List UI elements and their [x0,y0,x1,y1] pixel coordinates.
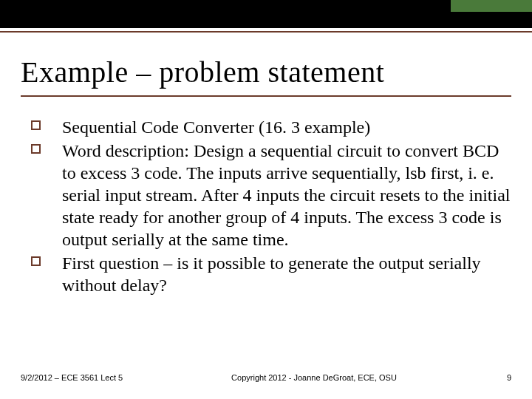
footer-date-course: 9/2/2012 – ECE 3561 Lect 5 [21,373,146,383]
footer-copyright: Copyright 2012 - Joanne DeGroat, ECE, OS… [146,373,482,382]
slide-title: Example – problem statement [21,55,511,89]
list-item-text: First question – is it possible to gener… [62,253,481,295]
square-bullet-icon [31,120,41,130]
square-bullet-icon [31,256,41,266]
list-item: Sequential Code Converter (16. 3 example… [27,116,511,138]
list-item-text: Word description: Design a sequential ci… [62,141,511,249]
slide-footer: 9/2/2012 – ECE 3561 Lect 5 Copyright 201… [0,373,532,383]
slide-top-bar [0,0,532,28]
title-underline [21,95,511,97]
list-item: Word description: Design a sequential ci… [27,140,511,250]
slide-content: Example – problem statement Sequential C… [0,33,532,296]
list-item: First question – is it possible to gener… [27,252,511,296]
top-bar-accent [451,0,532,12]
footer-page-number: 9 [482,373,511,382]
square-bullet-icon [31,144,41,154]
list-item-text: Sequential Code Converter (16. 3 example… [62,117,370,137]
bullet-list: Sequential Code Converter (16. 3 example… [21,116,511,296]
